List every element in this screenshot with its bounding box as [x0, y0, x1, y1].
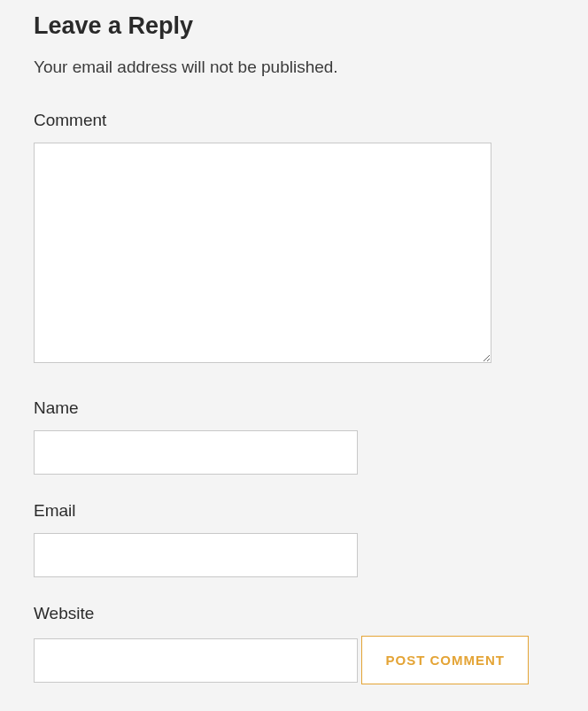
email-input[interactable]: [34, 533, 358, 577]
form-note: Your email address will not be published…: [34, 58, 554, 77]
comment-label: Comment: [34, 111, 554, 130]
email-label: Email: [34, 501, 554, 521]
comment-textarea[interactable]: [34, 143, 491, 363]
website-label: Website: [34, 604, 554, 623]
submit-button[interactable]: POST COMMENT: [361, 636, 529, 684]
name-label: Name: [34, 398, 554, 418]
website-input[interactable]: [34, 638, 358, 683]
name-input[interactable]: [34, 430, 358, 475]
comment-form: Comment Name Email Website POST COMMENT: [34, 111, 554, 700]
form-heading: Leave a Reply: [34, 12, 554, 40]
